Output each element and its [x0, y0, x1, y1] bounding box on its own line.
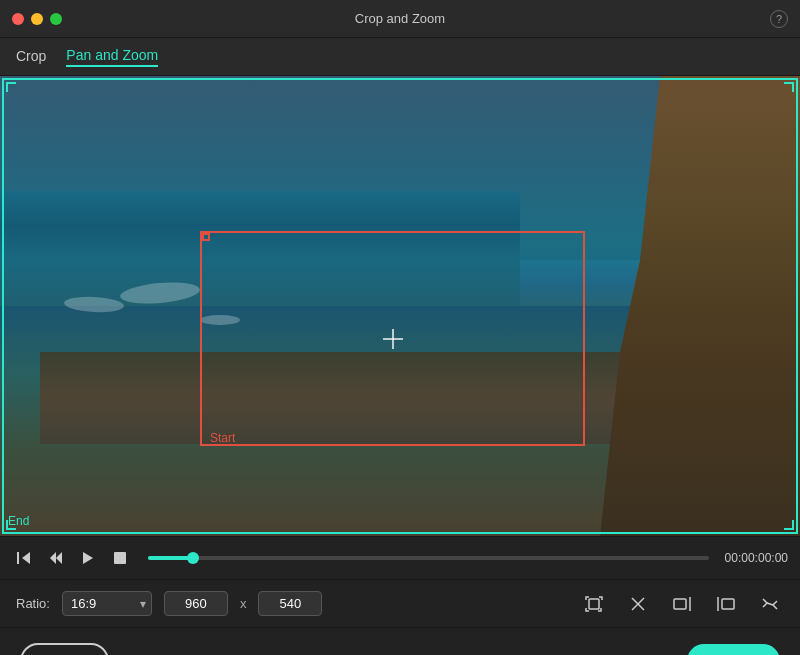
reset-button[interactable]: Reset: [20, 643, 109, 656]
progress-bar[interactable]: [148, 556, 709, 560]
icon-buttons: [580, 590, 784, 618]
title-bar: Crop and Zoom ?: [0, 0, 800, 38]
help-button[interactable]: ?: [770, 10, 788, 28]
time-display: 00:00:00:00: [725, 551, 788, 565]
play-button[interactable]: [76, 546, 100, 570]
ratio-select-wrapper: 16:9 4:3 1:1 9:16 Custom: [62, 591, 152, 616]
fit-icon: [584, 594, 604, 614]
play-icon: [80, 550, 96, 566]
ratio-label: Ratio:: [16, 596, 50, 611]
dimension-separator: x: [240, 596, 247, 611]
ocean-layer: [0, 191, 520, 306]
beach-layer: [40, 352, 680, 444]
fit-icon-button[interactable]: [580, 590, 608, 618]
bottom-bar: Reset OK: [0, 628, 800, 655]
align-left-button[interactable]: [712, 590, 740, 618]
stop-button[interactable]: [108, 546, 132, 570]
height-input[interactable]: [258, 591, 322, 616]
width-input[interactable]: [164, 591, 228, 616]
tab-pan-zoom[interactable]: Pan and Zoom: [66, 47, 158, 67]
end-label: End: [8, 514, 29, 528]
playback-controls: 00:00:00:00: [0, 536, 800, 580]
step-back-button[interactable]: [44, 546, 68, 570]
svg-rect-9: [674, 599, 686, 609]
video-canvas[interactable]: Start End: [0, 76, 800, 536]
stop-icon: [113, 551, 127, 565]
ratio-select[interactable]: 16:9 4:3 1:1 9:16 Custom: [62, 591, 152, 616]
svg-marker-3: [56, 552, 62, 564]
skip-back-button[interactable]: [12, 546, 36, 570]
svg-line-13: [767, 603, 773, 605]
flip-button[interactable]: [756, 590, 784, 618]
progress-thumb[interactable]: [187, 552, 199, 564]
ok-button[interactable]: OK: [687, 644, 780, 656]
close-icon: [629, 595, 647, 613]
traffic-lights: [12, 13, 62, 25]
svg-rect-6: [589, 599, 599, 609]
window-title: Crop and Zoom: [355, 11, 445, 26]
maximize-button[interactable]: [50, 13, 62, 25]
svg-marker-4: [83, 552, 93, 564]
minimize-button[interactable]: [31, 13, 43, 25]
skip-back-icon: [16, 550, 32, 566]
tab-crop[interactable]: Crop: [16, 48, 46, 66]
settings-bar: Ratio: 16:9 4:3 1:1 9:16 Custom x: [0, 580, 800, 628]
tab-bar: Crop Pan and Zoom: [0, 38, 800, 76]
align-left-icon: [716, 595, 736, 613]
align-right-button[interactable]: [668, 590, 696, 618]
svg-marker-1: [22, 552, 30, 564]
svg-rect-0: [17, 552, 19, 564]
flip-icon: [760, 595, 780, 613]
svg-rect-5: [114, 552, 126, 564]
svg-marker-2: [50, 552, 56, 564]
step-back-icon: [48, 550, 64, 566]
svg-rect-11: [722, 599, 734, 609]
remove-icon-button[interactable]: [624, 590, 652, 618]
close-button[interactable]: [12, 13, 24, 25]
align-right-icon: [672, 595, 692, 613]
